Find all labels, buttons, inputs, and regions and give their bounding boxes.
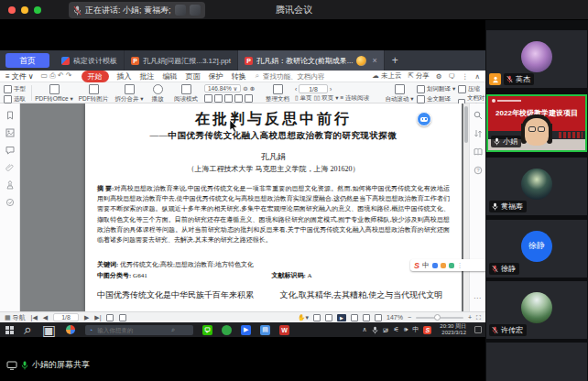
settings-gear-icon[interactable]: ⚙	[436, 72, 442, 81]
zoom-slider-knob[interactable]	[434, 314, 441, 321]
play-view-icon[interactable]: ▶	[337, 314, 346, 321]
book-icon[interactable]	[474, 147, 483, 157]
auto-scroll-button[interactable]: 自动滚动 ▾	[385, 83, 414, 103]
notification-center-icon[interactable]	[474, 326, 482, 333]
pdf-to-image-button[interactable]: PDF转图片	[75, 83, 112, 103]
page-layout-icon-2[interactable]	[119, 314, 126, 321]
browser-360-icon[interactable]	[222, 325, 232, 335]
tray-volume-icon[interactable]: 🕪	[404, 326, 408, 333]
wechat-icon[interactable]: 🗩	[202, 325, 212, 335]
wps-office-icon[interactable]	[66, 325, 75, 334]
menu-comment[interactable]: 批注	[140, 71, 155, 82]
participant-tile-partial[interactable]	[486, 343, 587, 381]
more-icon[interactable]: ⋮	[462, 72, 469, 81]
last-page-icon[interactable]: ▶|	[94, 314, 101, 321]
tray-network-icon[interactable]: ⚟	[394, 326, 399, 333]
doc-search[interactable]: ⌕	[256, 71, 334, 82]
page-layout-icon-1[interactable]	[106, 314, 114, 321]
single-page-button[interactable]: ▯ 单页	[295, 94, 311, 103]
statusbar-page-indicator[interactable]: 1/8	[53, 313, 79, 321]
tray-expand-icon[interactable]: ∧	[362, 326, 366, 333]
doc-search-input[interactable]	[261, 71, 334, 82]
menu-page[interactable]: 页面	[186, 71, 201, 82]
fit-page-icon[interactable]	[375, 314, 382, 321]
continuous-button[interactable]: ≡ 连续阅读	[340, 94, 369, 103]
participant-tile-yingjie[interactable]: 英杰	[486, 30, 587, 88]
ime-mic-icon[interactable]	[432, 263, 438, 268]
ime-indicator[interactable]: 中	[412, 325, 419, 334]
ime-more-icon[interactable]: ⋮	[457, 262, 463, 269]
ime-keyboard-icon[interactable]	[449, 263, 454, 268]
ime-mode-zh[interactable]: 中	[422, 261, 430, 270]
wps-ai-assistant-button[interactable]	[417, 112, 431, 126]
new-tab-button[interactable]: +	[392, 54, 398, 67]
tray-mic-icon[interactable]	[372, 326, 378, 334]
fit-icons[interactable]	[204, 93, 253, 103]
hand-tool-icon[interactable]: ✋▾	[298, 314, 309, 321]
thumbnail-icon[interactable]	[5, 128, 15, 137]
sync-icon[interactable]	[5, 198, 15, 207]
nav-toggle[interactable]: ▦ 导航	[5, 313, 26, 322]
close-tab-icon[interactable]: ×	[372, 56, 376, 65]
tab-gaoding-template[interactable]: 稿定设计模板	[55, 50, 125, 71]
cloud-status[interactable]: ☁ 未上云	[372, 71, 401, 81]
next-page-icon[interactable]: ▶	[84, 314, 89, 321]
read-mode-button[interactable]: 阅读模式	[170, 83, 201, 103]
zoom-minus-icon[interactable]: −	[408, 314, 411, 321]
next-page-icon[interactable]: ›	[330, 86, 332, 93]
compress-button[interactable]: 压缩	[458, 84, 480, 93]
swap-arrows-icon[interactable]	[474, 129, 483, 138]
menu-insert[interactable]: 插入	[117, 71, 132, 82]
hand-tool[interactable]: 手型	[4, 84, 26, 93]
taskbar-search-box[interactable]: ◔ ⌕	[85, 325, 193, 335]
magnifier-icon[interactable]	[474, 111, 483, 120]
quick-access-icons[interactable]: ▭ ⎙ ↶ ↷	[41, 71, 72, 81]
task-view-icon[interactable]: ▣	[42, 321, 56, 339]
participant-tile-xuchuanhong[interactable]: 许传宏	[486, 281, 587, 339]
comment-panel-icon[interactable]	[5, 146, 15, 155]
prev-page-icon[interactable]: ◀	[43, 314, 48, 321]
file-menu[interactable]: ≡ 文件 ∨	[5, 71, 34, 82]
page-indicator[interactable]: 1/8	[299, 84, 328, 93]
collapse-ribbon-icon[interactable]: ∧	[475, 72, 481, 81]
taskbar-search-icon[interactable]: ⌕	[24, 321, 32, 338]
split-merge-button[interactable]: 拆分合并 ▾	[114, 83, 145, 103]
zoom-slider[interactable]	[416, 317, 463, 319]
fullscreen-icon[interactable]: ⛶	[476, 314, 481, 321]
zoom-level-select[interactable]: 146.84% ∨	[204, 84, 241, 93]
stamp-icon[interactable]	[5, 180, 15, 190]
select-tool[interactable]: 选取	[4, 94, 26, 103]
start-button[interactable]	[5, 326, 14, 334]
share-button[interactable]: ⇱ 分享	[408, 71, 429, 81]
sogou-ime-bar[interactable]: S 中 ⋮	[410, 259, 485, 271]
tab-home[interactable]: 首页	[5, 53, 49, 68]
tencent-meeting-icon[interactable]: ▶	[241, 325, 251, 335]
participant-tile-xiaojuan-speaking[interactable]: 2022年校级教学建设项目 小娟	[486, 94, 587, 152]
menu-protect[interactable]: 保护	[209, 71, 223, 82]
ime-pen-icon[interactable]	[441, 263, 446, 268]
prev-page-icon[interactable]: ‹	[295, 86, 297, 93]
full-translate-button[interactable]: 全文翻译	[417, 94, 451, 103]
fit-window-icon[interactable]	[351, 314, 358, 321]
double-page-button[interactable]: ▯▯ 双页 ▾	[313, 94, 338, 103]
zoom-out-icon[interactable]: ⊖	[243, 85, 247, 93]
wps-w-icon[interactable]: W	[279, 325, 289, 335]
participant-tile-huangfushou[interactable]: 黄福寿	[486, 158, 587, 215]
participant-tile-xujing[interactable]: 徐静 徐静	[486, 220, 587, 278]
comment-icon[interactable]: 🗨	[449, 72, 456, 81]
word-translate-button[interactable]: 划词翻译 ▾	[417, 84, 455, 93]
zoom-plus-icon[interactable]: +	[468, 314, 472, 321]
tab-ppt-document[interactable]: P 孔凡娟[问题汇报...3.12].ppt	[125, 50, 238, 71]
zoom-in-icon[interactable]: ⊕	[250, 85, 255, 93]
attachment-icon[interactable]	[5, 163, 15, 172]
first-page-icon[interactable]: |◀	[31, 314, 38, 321]
file-explorer-icon[interactable]: ▤	[260, 325, 270, 335]
menu-edit[interactable]: 编辑	[163, 71, 178, 82]
taskbar-search-input[interactable]	[95, 326, 169, 334]
statusbar-zoom-value[interactable]: 147%	[387, 314, 403, 321]
play-button[interactable]: 播放	[147, 83, 169, 103]
tray-display-icon[interactable]: 🖳	[383, 327, 389, 333]
single-page-view-icon[interactable]	[313, 314, 321, 321]
fit-width-icon[interactable]	[363, 314, 370, 321]
more-tools-icon[interactable]: ⋯	[474, 294, 482, 302]
